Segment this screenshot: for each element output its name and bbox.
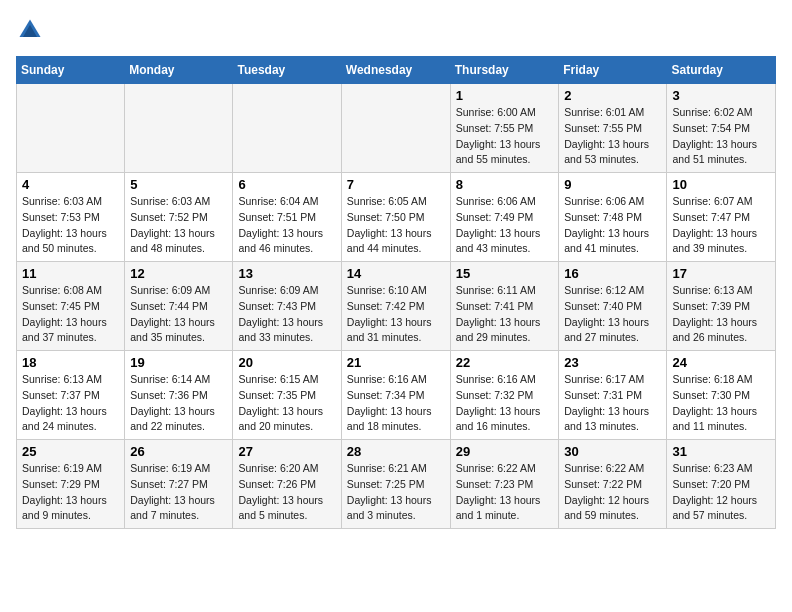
day-number: 25	[22, 444, 119, 459]
day-number: 26	[130, 444, 227, 459]
day-number: 15	[456, 266, 554, 281]
logo-icon	[16, 16, 44, 44]
calendar-cell: 15Sunrise: 6:11 AMSunset: 7:41 PMDayligh…	[450, 262, 559, 351]
day-info: Sunrise: 6:00 AMSunset: 7:55 PMDaylight:…	[456, 105, 554, 168]
calendar-table: SundayMondayTuesdayWednesdayThursdayFrid…	[16, 56, 776, 529]
day-info: Sunrise: 6:08 AMSunset: 7:45 PMDaylight:…	[22, 283, 119, 346]
day-info: Sunrise: 6:10 AMSunset: 7:42 PMDaylight:…	[347, 283, 445, 346]
day-number: 17	[672, 266, 770, 281]
day-info: Sunrise: 6:03 AMSunset: 7:53 PMDaylight:…	[22, 194, 119, 257]
day-info: Sunrise: 6:16 AMSunset: 7:34 PMDaylight:…	[347, 372, 445, 435]
calendar-cell: 29Sunrise: 6:22 AMSunset: 7:23 PMDayligh…	[450, 440, 559, 529]
day-info: Sunrise: 6:17 AMSunset: 7:31 PMDaylight:…	[564, 372, 661, 435]
day-number: 4	[22, 177, 119, 192]
day-info: Sunrise: 6:22 AMSunset: 7:23 PMDaylight:…	[456, 461, 554, 524]
day-number: 29	[456, 444, 554, 459]
day-number: 10	[672, 177, 770, 192]
header	[16, 16, 776, 44]
calendar-cell: 20Sunrise: 6:15 AMSunset: 7:35 PMDayligh…	[233, 351, 341, 440]
day-number: 30	[564, 444, 661, 459]
calendar-cell: 16Sunrise: 6:12 AMSunset: 7:40 PMDayligh…	[559, 262, 667, 351]
calendar-cell	[233, 84, 341, 173]
day-number: 16	[564, 266, 661, 281]
day-number: 3	[672, 88, 770, 103]
calendar-cell: 4Sunrise: 6:03 AMSunset: 7:53 PMDaylight…	[17, 173, 125, 262]
calendar-cell: 11Sunrise: 6:08 AMSunset: 7:45 PMDayligh…	[17, 262, 125, 351]
day-number: 8	[456, 177, 554, 192]
col-header-saturday: Saturday	[667, 57, 776, 84]
day-info: Sunrise: 6:06 AMSunset: 7:49 PMDaylight:…	[456, 194, 554, 257]
day-number: 2	[564, 88, 661, 103]
logo	[16, 16, 48, 44]
calendar-cell: 19Sunrise: 6:14 AMSunset: 7:36 PMDayligh…	[125, 351, 233, 440]
day-info: Sunrise: 6:13 AMSunset: 7:39 PMDaylight:…	[672, 283, 770, 346]
calendar-cell	[125, 84, 233, 173]
calendar-cell: 28Sunrise: 6:21 AMSunset: 7:25 PMDayligh…	[341, 440, 450, 529]
day-info: Sunrise: 6:11 AMSunset: 7:41 PMDaylight:…	[456, 283, 554, 346]
calendar-cell: 25Sunrise: 6:19 AMSunset: 7:29 PMDayligh…	[17, 440, 125, 529]
day-number: 19	[130, 355, 227, 370]
calendar-cell	[17, 84, 125, 173]
day-info: Sunrise: 6:07 AMSunset: 7:47 PMDaylight:…	[672, 194, 770, 257]
day-info: Sunrise: 6:09 AMSunset: 7:43 PMDaylight:…	[238, 283, 335, 346]
day-info: Sunrise: 6:19 AMSunset: 7:29 PMDaylight:…	[22, 461, 119, 524]
day-number: 23	[564, 355, 661, 370]
day-number: 6	[238, 177, 335, 192]
day-number: 24	[672, 355, 770, 370]
calendar-cell: 1Sunrise: 6:00 AMSunset: 7:55 PMDaylight…	[450, 84, 559, 173]
day-info: Sunrise: 6:04 AMSunset: 7:51 PMDaylight:…	[238, 194, 335, 257]
col-header-thursday: Thursday	[450, 57, 559, 84]
calendar-cell: 5Sunrise: 6:03 AMSunset: 7:52 PMDaylight…	[125, 173, 233, 262]
calendar-cell: 2Sunrise: 6:01 AMSunset: 7:55 PMDaylight…	[559, 84, 667, 173]
day-info: Sunrise: 6:20 AMSunset: 7:26 PMDaylight:…	[238, 461, 335, 524]
day-info: Sunrise: 6:22 AMSunset: 7:22 PMDaylight:…	[564, 461, 661, 524]
calendar-cell: 12Sunrise: 6:09 AMSunset: 7:44 PMDayligh…	[125, 262, 233, 351]
calendar-cell: 6Sunrise: 6:04 AMSunset: 7:51 PMDaylight…	[233, 173, 341, 262]
day-number: 13	[238, 266, 335, 281]
calendar-cell: 10Sunrise: 6:07 AMSunset: 7:47 PMDayligh…	[667, 173, 776, 262]
col-header-wednesday: Wednesday	[341, 57, 450, 84]
day-info: Sunrise: 6:06 AMSunset: 7:48 PMDaylight:…	[564, 194, 661, 257]
day-number: 27	[238, 444, 335, 459]
col-header-tuesday: Tuesday	[233, 57, 341, 84]
day-number: 20	[238, 355, 335, 370]
day-info: Sunrise: 6:09 AMSunset: 7:44 PMDaylight:…	[130, 283, 227, 346]
day-number: 11	[22, 266, 119, 281]
calendar-cell	[341, 84, 450, 173]
day-info: Sunrise: 6:01 AMSunset: 7:55 PMDaylight:…	[564, 105, 661, 168]
day-info: Sunrise: 6:13 AMSunset: 7:37 PMDaylight:…	[22, 372, 119, 435]
calendar-cell: 27Sunrise: 6:20 AMSunset: 7:26 PMDayligh…	[233, 440, 341, 529]
col-header-monday: Monday	[125, 57, 233, 84]
day-number: 22	[456, 355, 554, 370]
calendar-cell: 18Sunrise: 6:13 AMSunset: 7:37 PMDayligh…	[17, 351, 125, 440]
day-number: 28	[347, 444, 445, 459]
day-number: 18	[22, 355, 119, 370]
day-info: Sunrise: 6:12 AMSunset: 7:40 PMDaylight:…	[564, 283, 661, 346]
day-number: 9	[564, 177, 661, 192]
day-info: Sunrise: 6:14 AMSunset: 7:36 PMDaylight:…	[130, 372, 227, 435]
day-number: 21	[347, 355, 445, 370]
calendar-cell: 17Sunrise: 6:13 AMSunset: 7:39 PMDayligh…	[667, 262, 776, 351]
calendar-cell: 7Sunrise: 6:05 AMSunset: 7:50 PMDaylight…	[341, 173, 450, 262]
day-info: Sunrise: 6:18 AMSunset: 7:30 PMDaylight:…	[672, 372, 770, 435]
calendar-cell: 22Sunrise: 6:16 AMSunset: 7:32 PMDayligh…	[450, 351, 559, 440]
day-info: Sunrise: 6:23 AMSunset: 7:20 PMDaylight:…	[672, 461, 770, 524]
day-number: 5	[130, 177, 227, 192]
day-info: Sunrise: 6:05 AMSunset: 7:50 PMDaylight:…	[347, 194, 445, 257]
day-info: Sunrise: 6:16 AMSunset: 7:32 PMDaylight:…	[456, 372, 554, 435]
calendar-cell: 23Sunrise: 6:17 AMSunset: 7:31 PMDayligh…	[559, 351, 667, 440]
day-info: Sunrise: 6:02 AMSunset: 7:54 PMDaylight:…	[672, 105, 770, 168]
calendar-cell: 14Sunrise: 6:10 AMSunset: 7:42 PMDayligh…	[341, 262, 450, 351]
day-number: 14	[347, 266, 445, 281]
calendar-cell: 13Sunrise: 6:09 AMSunset: 7:43 PMDayligh…	[233, 262, 341, 351]
calendar-cell: 24Sunrise: 6:18 AMSunset: 7:30 PMDayligh…	[667, 351, 776, 440]
day-info: Sunrise: 6:21 AMSunset: 7:25 PMDaylight:…	[347, 461, 445, 524]
day-number: 12	[130, 266, 227, 281]
calendar-cell: 21Sunrise: 6:16 AMSunset: 7:34 PMDayligh…	[341, 351, 450, 440]
calendar-cell: 8Sunrise: 6:06 AMSunset: 7:49 PMDaylight…	[450, 173, 559, 262]
calendar-cell: 31Sunrise: 6:23 AMSunset: 7:20 PMDayligh…	[667, 440, 776, 529]
day-number: 7	[347, 177, 445, 192]
day-number: 1	[456, 88, 554, 103]
day-info: Sunrise: 6:03 AMSunset: 7:52 PMDaylight:…	[130, 194, 227, 257]
day-info: Sunrise: 6:19 AMSunset: 7:27 PMDaylight:…	[130, 461, 227, 524]
